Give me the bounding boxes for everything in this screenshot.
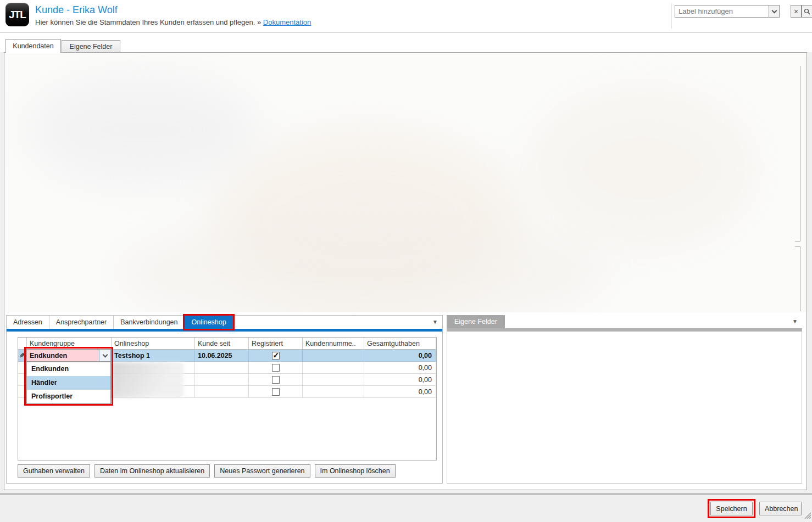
close-icon[interactable]: × [791, 5, 802, 18]
eigene-felder-content [447, 332, 802, 484]
combobox-value: Endkunden [27, 352, 99, 360]
collapse-panel-icon[interactable]: ▼ [432, 319, 438, 325]
col-onlineshop[interactable]: Onlineshop [112, 338, 195, 350]
kundengruppe-dropdown-list: Endkunden Händler Profisportler [26, 362, 111, 404]
registriert-checkbox[interactable] [272, 364, 280, 372]
cell-kunde-seit[interactable] [195, 386, 249, 398]
col-kundengruppe[interactable]: Kundengruppe [27, 338, 112, 350]
dropdown-option-endkunden[interactable]: Endkunden [27, 362, 110, 376]
cell-kunde-seit[interactable] [195, 362, 249, 374]
save-button[interactable]: Speichern [710, 502, 753, 515]
cell-kundennummer[interactable] [303, 362, 364, 374]
kundengruppe-combobox[interactable]: Endkunden [26, 349, 111, 362]
cell-registriert [249, 362, 303, 374]
page-subtitle: Hier können Sie die Stammdaten Ihres Kun… [35, 18, 311, 26]
cell-registriert [249, 350, 303, 362]
cell-kundennummer[interactable] [303, 350, 364, 362]
subtitle-separator: » [257, 18, 261, 26]
cancel-button[interactable]: Abbrechen [759, 502, 802, 515]
guthaben-verwalten-button[interactable]: Guthaben verwalten [18, 464, 90, 478]
cell-gesamtguthaben[interactable]: 0,00 [364, 350, 436, 362]
dropdown-option-haendler[interactable]: Händler [27, 376, 110, 390]
cell-kundennummer[interactable] [303, 386, 364, 398]
groupbox-edge [795, 66, 800, 242]
tab-ansprechpartner[interactable]: Ansprechpartner [49, 316, 114, 329]
pencil-icon: ✎ [19, 352, 25, 360]
onlineshop-loeschen-button[interactable]: Im Onlineshop löschen [315, 464, 396, 478]
cell-onlineshop[interactable]: Testshop 1 [112, 350, 195, 362]
table-header-row: Kundengruppe Onlineshop Kunde seit Regis… [18, 338, 436, 350]
registriert-checkbox[interactable] [272, 388, 280, 396]
grip-glyph [803, 512, 811, 519]
tab-adressen[interactable]: Adressen [7, 316, 49, 329]
cell-gesamtguthaben[interactable]: 0,00 [364, 386, 436, 398]
cell-gesamtguthaben[interactable]: 0,00 [364, 374, 436, 386]
page-title: Kunde - Erika Wolf [35, 4, 118, 16]
col-marker[interactable] [18, 338, 27, 350]
active-tab-bar [7, 329, 442, 332]
cell-kunde-seit[interactable]: 10.06.2025 [195, 350, 249, 362]
cell-registriert [249, 386, 303, 398]
row-marker [18, 374, 27, 386]
label-search-input[interactable] [675, 5, 780, 18]
row-edit-marker: ✎ [18, 350, 27, 362]
dropdown-option-profisportler[interactable]: Profisportler [27, 390, 110, 403]
footer-divider [0, 493, 812, 495]
col-registriert[interactable]: Registriert [249, 338, 303, 350]
magnifier-glyph [804, 8, 810, 15]
tab-bankverbindungen[interactable]: Bankverbindungen [114, 316, 185, 329]
tab-eigene-felder-panel[interactable]: Eigene Felder [447, 315, 505, 328]
registriert-checkbox[interactable] [272, 352, 280, 360]
tab-eigene-felder[interactable]: Eigene Felder [62, 40, 120, 53]
passwort-generieren-button[interactable]: Neues Passwort generieren [214, 464, 310, 478]
cell-kundennummer[interactable] [303, 374, 364, 386]
tab-kundendaten[interactable]: Kundendaten [5, 39, 61, 53]
tab-onlineshop[interactable]: Onlineshop [185, 316, 232, 329]
blurred-shop-names [112, 362, 183, 397]
header-separator [671, 3, 672, 29]
chevron-down-icon[interactable] [769, 5, 780, 18]
subtitle-text: Hier können Sie die Stammdaten Ihres Kun… [35, 18, 255, 26]
row-marker [18, 386, 27, 398]
jtl-logo: JTL [5, 3, 29, 26]
daten-aktualisieren-button[interactable]: Daten im Onlineshop aktualisieren [94, 464, 210, 478]
registriert-checkbox[interactable] [272, 376, 280, 384]
panel-button-bar: Guthaben verwalten Daten im Onlineshop a… [18, 464, 400, 478]
blurred-customer-form [5, 53, 806, 312]
sub-tabstrip: Adressen Ansprechpartner Bankverbindunge… [7, 316, 442, 329]
onlineshop-panel: Adressen Ansprechpartner Bankverbindunge… [6, 315, 443, 484]
blur-blob [115, 218, 609, 312]
col-gesamtguthaben[interactable]: Gesamtguthaben [364, 338, 436, 350]
blur-blob [527, 86, 758, 251]
header-divider [0, 32, 812, 33]
col-kundennummer[interactable]: Kundennumme.. [303, 338, 364, 350]
chevron-down-icon[interactable] [99, 350, 110, 361]
groupbox-edge [795, 246, 800, 311]
collapse-panel-icon[interactable]: ▼ [792, 318, 798, 324]
search-icon[interactable] [802, 5, 812, 18]
resize-grip[interactable] [803, 511, 811, 521]
eigene-felder-panel: Eigene Felder ▼ [447, 315, 802, 484]
documentation-link[interactable]: Dokumentation [263, 18, 311, 26]
row-marker [18, 362, 27, 374]
kundendaten-tab-content: Adressen Ansprechpartner Bankverbindunge… [4, 52, 807, 490]
chevron-glyph [771, 8, 777, 13]
cell-gesamtguthaben[interactable]: 0,00 [364, 362, 436, 374]
cell-kunde-seit[interactable] [195, 374, 249, 386]
chevron-glyph [102, 352, 108, 357]
cell-registriert [249, 374, 303, 386]
blur-blob [27, 75, 258, 185]
col-kunde-seit[interactable]: Kunde seit [195, 338, 249, 350]
